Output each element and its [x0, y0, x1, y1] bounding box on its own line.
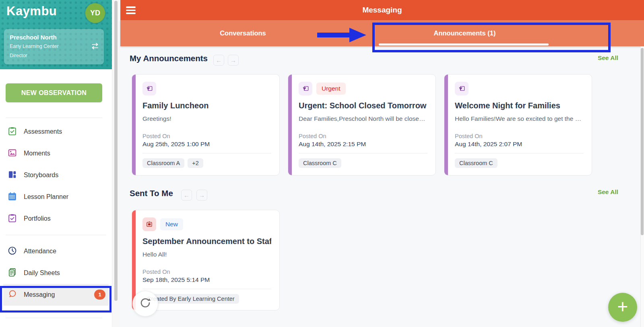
card-divider — [455, 153, 584, 153]
portfolios-icon — [7, 213, 17, 225]
avatar[interactable]: YD — [85, 3, 105, 23]
pinned-announcement-icon — [455, 82, 469, 95]
lesson-planner-calendar-icon — [7, 191, 17, 203]
switch-school-icon[interactable] — [90, 43, 100, 51]
section-title-my-announcements: My Announcements — [130, 54, 208, 63]
posted-on-date: Aug 25th, 2025 1:00 PM — [142, 141, 271, 148]
announcement-card[interactable]: Urgent Urgent: School Closed Tomorrow De… — [288, 74, 436, 176]
card-accent-bar — [288, 75, 292, 175]
announcement-card[interactable]: Family Luncheon Greetings! Posted On Aug… — [132, 74, 280, 176]
storyboards-layout-icon — [7, 170, 17, 181]
see-all-link-my-announcements[interactable]: See All — [598, 54, 618, 62]
announcement-snippet: Hello All! — [142, 251, 271, 258]
plus-icon: + — [617, 296, 628, 317]
sidebar-scrollbar-thumb[interactable] — [114, 1, 118, 301]
sidebar-item-label: Moments — [24, 150, 50, 157]
new-observation-button[interactable]: NEW OBSERVATION — [6, 83, 102, 102]
sidebar-item-label: Assessments — [24, 128, 62, 135]
posted-on-date: Aug 14th, 2025 2:15 PM — [299, 141, 427, 148]
app-bar: Messaging — [120, 0, 644, 20]
see-all-link-sent-to-me[interactable]: See All — [598, 188, 618, 196]
card-divider — [142, 153, 271, 153]
sidebar-item-moments[interactable]: Moments — [0, 143, 112, 164]
announcement-snippet: Dear Families,Preschool North will be cl… — [299, 115, 427, 122]
classroom-tag: Classroom C — [299, 158, 341, 168]
sidebar-item-storyboards[interactable]: Storyboards — [0, 164, 112, 186]
main-scrollbar[interactable] — [640, 46, 644, 327]
sidebar-divider — [6, 118, 102, 118]
main-panel: Messaging Conversations Announcements (1… — [120, 0, 644, 327]
school-profile-card[interactable]: Preschool North Early Learning Center Di… — [4, 29, 104, 64]
messaging-unread-badge: 1 — [94, 290, 105, 300]
sidebar-divider — [6, 235, 106, 235]
sidebar-item-lesson-planner[interactable]: Lesson Planner — [0, 186, 112, 208]
sidebar-item-attendance[interactable]: Attendance — [0, 240, 112, 262]
urgent-badge: Urgent — [316, 83, 346, 95]
daily-sheets-icon — [7, 267, 17, 279]
next-arrow-button[interactable]: → — [228, 55, 239, 66]
pinned-announcement-icon — [142, 82, 156, 95]
announcement-title: Welcome Night for Families — [455, 101, 584, 110]
sidebar-item-label: Messaging — [24, 291, 55, 298]
moments-photo-icon — [7, 148, 17, 159]
sidebar-divider — [6, 318, 102, 318]
announcement-title: Family Luncheon — [142, 101, 271, 110]
section-title-sent-to-me: Sent To Me — [130, 188, 173, 198]
sidebar: Kaymbu YD Preschool North Early Learning… — [0, 0, 112, 327]
messaging-chat-icon — [7, 289, 17, 301]
next-arrow-button[interactable]: → — [196, 190, 207, 201]
card-accent-bar — [132, 75, 136, 175]
prev-arrow-button[interactable]: ← — [181, 190, 192, 201]
sidebar-header: Kaymbu YD Preschool North Early Learning… — [0, 0, 112, 69]
posted-on-label: Posted On — [299, 133, 427, 139]
classroom-tag: Classroom C — [455, 158, 497, 168]
card-divider — [299, 153, 427, 153]
sidebar-item-label: Daily Sheets — [24, 269, 60, 277]
posted-on-label: Posted On — [455, 133, 584, 139]
sidebar-item-portfolios[interactable]: Portfolios — [0, 208, 112, 230]
app-window: Kaymbu YD Preschool North Early Learning… — [0, 0, 644, 327]
school-name: Preschool North — [10, 34, 89, 41]
announcement-card[interactable]: Welcome Night for Families Hello Familie… — [444, 74, 592, 176]
prev-arrow-button[interactable]: ← — [213, 55, 224, 66]
annotation-arrow-head — [349, 28, 366, 42]
posted-on-label: Posted On — [142, 133, 271, 139]
hamburger-menu-icon[interactable] — [126, 6, 136, 16]
refresh-button[interactable] — [132, 291, 158, 317]
pinned-announcement-icon — [299, 82, 312, 95]
posted-on-date: Aug 14th, 2025 2:07 PM — [455, 141, 584, 148]
announcement-snippet: Hello Families!We are so excited to get … — [455, 115, 584, 122]
user-role: Director — [10, 53, 89, 58]
announcement-title: September Announcement to Staff — [142, 237, 271, 246]
refresh-icon — [139, 297, 151, 310]
sidebar-item-label: Lesson Planner — [24, 193, 68, 201]
sidebar-item-label: Storyboards — [24, 172, 58, 179]
page-title: Messaging — [120, 6, 644, 14]
kaymbu-logo: Kaymbu — [6, 4, 57, 19]
tab-bar: Conversations Announcements (1) — [120, 20, 644, 46]
assessments-icon — [7, 126, 17, 138]
posted-on-date: Sep 18th, 2025 5:14 PM — [142, 276, 271, 284]
main-scrollbar-thumb[interactable] — [641, 48, 644, 235]
announcement-snippet: Greetings! — [142, 115, 271, 122]
annotation-arrow — [317, 33, 349, 37]
card-divider — [142, 289, 271, 289]
sidebar-item-daily-sheets[interactable]: Daily Sheets — [0, 262, 112, 284]
organization-name: Early Learning Center — [10, 43, 89, 49]
sidebar-nav: Assessments Moments Storyboards Lesson P… — [0, 121, 112, 306]
add-announcement-fab[interactable]: + — [608, 293, 637, 322]
new-badge: New — [160, 218, 183, 230]
attendance-clock-icon — [7, 246, 17, 257]
posted-on-label: Posted On — [142, 269, 271, 275]
more-classrooms-tag: +2 — [188, 158, 203, 168]
card-accent-bar — [444, 75, 448, 175]
sidebar-item-label: Portfolios — [24, 215, 51, 222]
sidebar-item-messaging[interactable]: Messaging 1 — [3, 284, 109, 306]
sidebar-item-label: Attendance — [24, 248, 56, 255]
sidebar-scrollbar[interactable] — [112, 0, 120, 327]
sidebar-item-assessments[interactable]: Assessments — [0, 121, 112, 143]
active-tab-indicator — [379, 43, 549, 46]
tab-announcements[interactable]: Announcements (1) — [354, 20, 576, 46]
classroom-tag: Classroom A — [142, 158, 184, 168]
announcement-title: Urgent: School Closed Tomorrow — [299, 101, 427, 110]
